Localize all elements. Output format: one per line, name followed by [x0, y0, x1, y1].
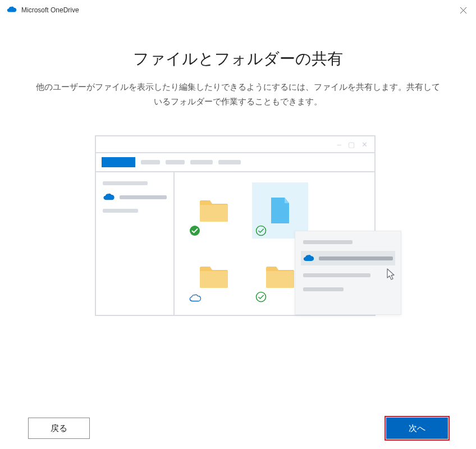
- cursor-icon: [386, 268, 397, 281]
- onedrive-icon: [303, 254, 314, 262]
- app-title: Microsoft OneDrive: [21, 6, 79, 14]
- page-subtext: 他のユーザーがファイルを表示したり編集したりできるようにするには、ファイルを共有…: [36, 80, 440, 108]
- window-titlebar: Microsoft OneDrive: [0, 0, 476, 20]
- illus-folder-online: [186, 249, 242, 305]
- illus-sidebar: [96, 172, 175, 315]
- folder-icon: [199, 198, 229, 223]
- next-button[interactable]: 次へ: [386, 418, 448, 439]
- check-circle-outline-icon: [255, 291, 267, 303]
- page-heading: ファイルとフォルダーの共有: [34, 48, 442, 70]
- check-circle-outline-icon: [255, 225, 267, 236]
- onedrive-icon: [7, 5, 17, 15]
- cloud-outline-icon: [189, 294, 202, 303]
- illus-window-controls: –▢✕: [96, 136, 374, 153]
- svg-point-0: [190, 226, 200, 236]
- illus-file-selected: [252, 182, 308, 239]
- folder-icon: [265, 264, 295, 289]
- folder-icon: [199, 264, 229, 289]
- illus-context-menu-share-item: [301, 251, 395, 265]
- illus-folder-synced: [186, 182, 242, 239]
- back-button[interactable]: 戻る: [28, 418, 90, 439]
- svg-point-1: [257, 226, 266, 236]
- onedrive-icon: [103, 193, 115, 201]
- svg-point-2: [257, 292, 266, 302]
- illus-toolbar: [96, 153, 374, 172]
- close-button[interactable]: [459, 6, 467, 14]
- check-circle-filled-icon: [189, 225, 200, 236]
- share-illustration: –▢✕: [95, 135, 381, 320]
- file-icon: [269, 196, 291, 224]
